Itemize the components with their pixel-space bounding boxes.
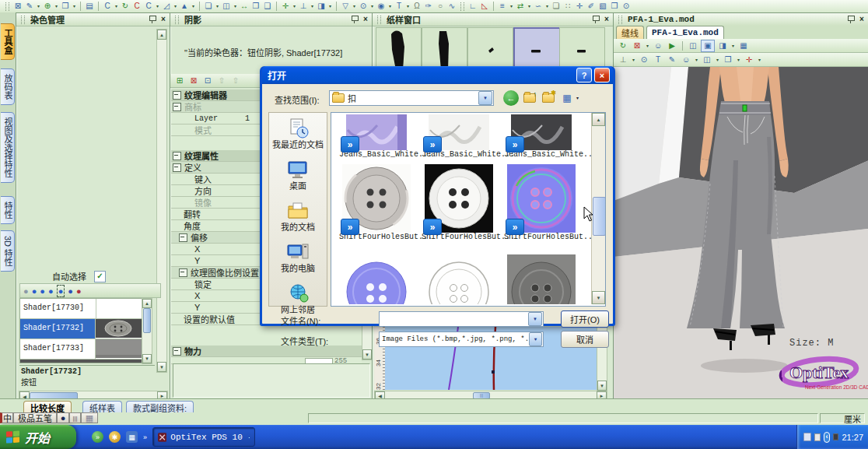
circle-tool-icon[interactable]: ⊙ [358,1,369,12]
tab-model-file[interactable]: PFA-1_Eva.mod [646,26,724,39]
flip-icon[interactable]: ▲ [179,1,190,12]
file-item[interactable]: » Jeans_Basic_White... [504,114,579,159]
file-item[interactable]: » ShirtFourHolesBut... [504,164,579,241]
file-item[interactable]: » Jeans_Basic_White... [339,114,414,159]
taskbar-task-button[interactable]: OptiTex PDS 10 -... [152,427,255,447]
scroll-down-button[interactable]: ▼ [142,354,152,363]
rotate-icon[interactable]: ↻ [120,1,131,12]
close-model-icon[interactable]: ⊠ [631,40,643,51]
folder-avatar-icon[interactable]: ❐ [722,54,734,65]
dropdown-caret[interactable]: ▾ [694,54,699,65]
dropdown-caret[interactable]: ▾ [114,1,119,12]
collapse-icon[interactable] [179,268,187,277]
views-menu-icon[interactable]: ▦ [559,90,575,106]
shader-select-icon[interactable]: ● [57,285,65,297]
shader-disabled-icon[interactable]: ● [23,286,29,296]
fit-view-icon[interactable]: ✛ [743,54,755,65]
axis-icon[interactable]: ⊥ [617,54,629,65]
scroll-down-button[interactable]: ▼ [362,349,372,360]
scroll-up-button[interactable]: ▲ [157,30,166,40]
combo-arrow-icon[interactable]: ▼ [528,312,542,326]
toolbar-grip[interactable] [5,2,9,11]
dropdown-caret[interactable]: ▾ [292,1,297,12]
zoom-doc-icon[interactable]: ⊙ [638,54,650,65]
ime-language-button[interactable]: 中 [0,412,13,423]
table-icon[interactable]: ▤ [84,1,95,12]
pin-tool-icon[interactable]: ✎ [24,1,35,12]
dropdown-caret[interactable]: ▾ [369,1,375,12]
dropdown-caret[interactable]: ▾ [544,1,550,12]
autohide-pin-icon[interactable] [592,16,599,23]
autohide-pin-icon[interactable] [351,16,358,23]
delete-icon[interactable]: ⊠ [12,1,23,12]
file-list[interactable]: » Jeans_Basic_White... » Jeans_Basic_Whi… [331,112,606,307]
cancel-button[interactable]: 取消 [561,331,609,348]
pencil2-icon[interactable]: ✐ [586,1,597,12]
collapse-icon[interactable] [173,152,181,160]
expand-badge[interactable]: » [506,219,524,235]
measure-icon[interactable]: ↔ [239,1,250,12]
start-button[interactable]: 开始 [0,425,76,449]
ime-name-button[interactable]: 极品五笔 [13,412,57,423]
quicklaunch-gold-icon[interactable]: ✱ [109,431,121,443]
shader-copy-icon[interactable]: ● [40,286,45,296]
ime-fullhalf-icon[interactable]: ● [57,412,69,423]
file-item[interactable] [422,254,496,304]
toolbar-grip[interactable] [460,2,464,11]
corner-icon[interactable]: ∟ [467,1,478,12]
collapse-icon[interactable] [173,91,181,100]
dropdown-caret[interactable]: ▾ [527,1,532,12]
panel-grip[interactable] [21,16,25,24]
sidebar-tab-properties[interactable]: 特性 [1,196,15,224]
shadow-panel-header[interactable]: 阴影 × [170,13,373,26]
spline-icon[interactable]: ∽ [533,1,544,12]
collapse-icon[interactable] [179,233,187,242]
new-piece-icon[interactable]: ❐ [60,1,71,12]
open-button[interactable]: 打开(O) [561,310,609,328]
scroll-up-button[interactable]: ▲ [142,299,152,308]
dropdown-caret[interactable]: ▾ [36,1,41,12]
dropdown-caret[interactable]: ▾ [645,40,650,51]
tray-collapse-chevron[interactable]: ‹ [824,432,831,443]
dropdown-caret[interactable]: ▾ [173,1,178,12]
look-in-combobox[interactable]: 扣 ▼ [329,90,494,106]
ghost-piece-icon[interactable]: ❏ [551,1,562,12]
dropdown-caret[interactable]: ▾ [509,1,514,12]
close-icon[interactable]: × [602,15,611,24]
scroll-down-button[interactable]: ▼ [157,362,166,372]
device-icon[interactable]: ◫ [701,54,713,65]
shader-apply-icon[interactable]: ● [76,286,82,296]
file-item[interactable] [339,254,414,304]
dots-icon[interactable]: ∷ [562,1,573,12]
seam-doc-icon[interactable]: ❒ [250,1,261,12]
file-item[interactable]: » ShirtFourHolesBut... [422,164,496,241]
dropdown-caret[interactable]: ▾ [405,1,411,12]
file-item[interactable]: » ShirtFourHolesBut... [339,164,414,241]
sidebar-tab-view-select-props[interactable]: 视图及选择特性 [1,112,15,183]
close-icon[interactable]: × [361,15,370,24]
close-icon[interactable]: × [159,15,168,24]
tray-printer-icon[interactable] [814,433,821,441]
box-view-active-icon[interactable]: ▣ [701,40,715,52]
file-item[interactable]: » Jeans_Basic_White... [422,114,496,159]
panel-grip[interactable] [618,16,622,24]
pattern-panel-header[interactable]: 纸样窗口 × [373,13,614,26]
model-3d-viewport[interactable]: Size: M OptiTex Next Generation 2D/3D CA… [614,67,868,399]
collapse-icon[interactable] [173,347,181,356]
auto-select-checkbox[interactable]: ✓ [94,271,106,282]
shader-delete-icon[interactable]: ● [48,286,54,296]
shader-thumbnail[interactable] [96,299,142,318]
tray-keyboard-icon[interactable] [803,433,811,441]
dropdown-caret[interactable]: ▾ [575,93,580,103]
close-icon[interactable]: × [857,15,866,24]
grid-add-icon[interactable]: ▦ [737,40,750,51]
open-piece-icon[interactable]: ◫ [221,1,232,12]
window-icon[interactable]: ◨ [316,1,327,12]
help-button[interactable]: ? [576,68,592,82]
tab-style-group-info[interactable]: 款式副组资料: [126,401,194,413]
new-shader-icon[interactable]: ⊞ [173,75,186,86]
quicklaunch-green-icon[interactable]: » [92,431,103,443]
shader-row-selected[interactable]: Shader[17732] [20,319,142,339]
dropdown-caret[interactable]: ▾ [155,1,160,12]
dye-vscrollbar[interactable]: ▲ ▼ [156,29,167,373]
